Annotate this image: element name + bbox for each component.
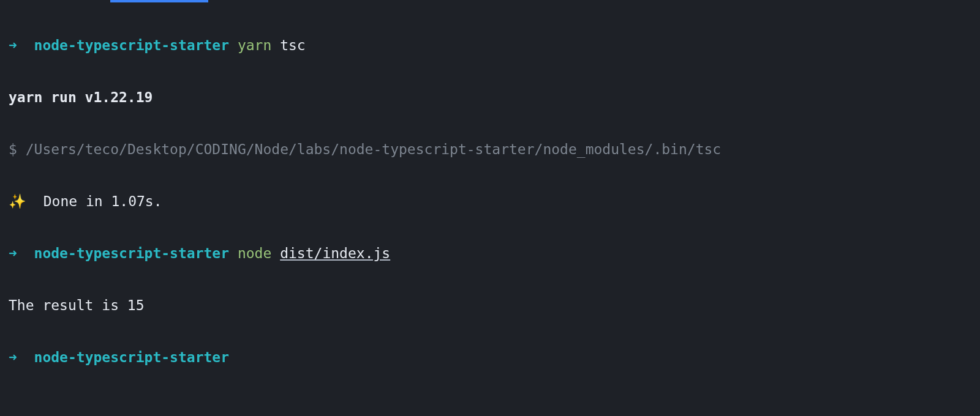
done-text: Done in 1.07s. xyxy=(43,193,162,209)
prompt-line-1: ➜ node-typescript-starter yarn tsc xyxy=(9,32,971,59)
arrow-icon: ➜ xyxy=(9,349,17,365)
dollar-sign: $ xyxy=(9,141,17,157)
exec-path: /Users/teco/Desktop/CODING/Node/labs/nod… xyxy=(26,141,721,157)
terminal-output[interactable]: ➜ node-typescript-starter yarn tsc yarn … xyxy=(0,0,980,403)
yarn-run-line: yarn run v1.22.19 xyxy=(9,84,971,111)
prompt-dir: node-typescript-starter xyxy=(34,37,230,53)
command-yarn: yarn xyxy=(238,37,271,53)
prompt-line-3[interactable]: ➜ node-typescript-starter xyxy=(9,344,971,371)
command-tsc: tsc xyxy=(280,37,306,53)
prompt-dir: node-typescript-starter xyxy=(34,349,230,365)
arrow-icon: ➜ xyxy=(9,245,17,261)
done-line: ✨ Done in 1.07s. xyxy=(9,188,971,215)
prompt-dir: node-typescript-starter xyxy=(34,245,230,261)
arrow-icon: ➜ xyxy=(9,37,17,53)
active-tab-indicator xyxy=(110,0,208,2)
exec-path-line: $ /Users/teco/Desktop/CODING/Node/labs/n… xyxy=(9,136,971,163)
command-node: node xyxy=(238,245,271,261)
result-line: The result is 15 xyxy=(9,292,971,319)
prompt-line-2: ➜ node-typescript-starter node dist/inde… xyxy=(9,240,971,267)
command-arg: dist/index.js xyxy=(280,245,390,261)
sparkle-icon: ✨ xyxy=(9,193,26,209)
